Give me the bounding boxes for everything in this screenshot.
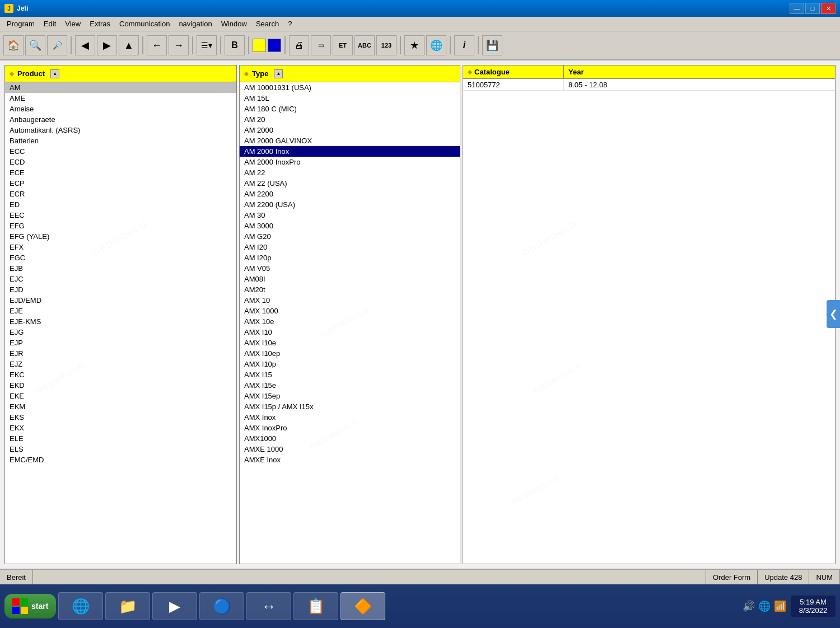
product-list-item[interactable]: Ameise bbox=[5, 104, 236, 114]
info-button[interactable]: i bbox=[454, 35, 474, 55]
taskbar-app1[interactable]: 📋 bbox=[293, 592, 338, 620]
product-list-item[interactable]: ELS bbox=[5, 444, 236, 454]
type-list-item[interactable]: AMX I15 bbox=[240, 369, 460, 380]
product-list-item[interactable]: EKC bbox=[5, 369, 236, 380]
blue-color-button[interactable] bbox=[268, 39, 281, 52]
taskbar-app2[interactable]: 🔶 bbox=[340, 592, 385, 620]
type-list-item[interactable]: AM20t bbox=[240, 284, 460, 295]
product-list-item[interactable]: ECD bbox=[5, 157, 236, 167]
type-list-item[interactable]: AM 2200 bbox=[240, 189, 460, 199]
zoom-out-button[interactable]: 🔍 bbox=[25, 35, 45, 55]
globe-button[interactable]: 🌐 bbox=[426, 35, 446, 55]
menu-navigation[interactable]: navigation bbox=[174, 18, 216, 29]
product-list-item[interactable]: EJD bbox=[5, 284, 236, 295]
product-list-item[interactable]: AM bbox=[5, 82, 236, 93]
product-list-item[interactable]: ED bbox=[5, 199, 236, 210]
type-list-item[interactable]: AMX I15e bbox=[240, 380, 460, 391]
type-list-item[interactable]: AMXE 1000 bbox=[240, 444, 460, 454]
product-list-item[interactable]: EJD/EMD bbox=[5, 295, 236, 306]
product-list-item[interactable]: EJE bbox=[5, 306, 236, 316]
back-page-button[interactable]: ◀ bbox=[75, 35, 95, 55]
type-list-item[interactable]: AMX I10e bbox=[240, 338, 460, 348]
type-scroll-up[interactable]: ▲ bbox=[274, 69, 283, 78]
type-list-item[interactable]: AM 2000 Inox bbox=[240, 146, 460, 157]
product-list-item[interactable]: EJZ bbox=[5, 359, 236, 369]
up-button[interactable]: ▲ bbox=[119, 35, 139, 55]
type-list-item[interactable]: AMX I15p / AMX I15x bbox=[240, 401, 460, 412]
type-list-item[interactable]: AM V05 bbox=[240, 263, 460, 274]
product-list-item[interactable]: EKM bbox=[5, 401, 236, 412]
product-list-item[interactable]: EJC bbox=[5, 274, 236, 284]
product-list-item[interactable]: Batterien bbox=[5, 135, 236, 146]
product-list[interactable]: AMAMEAmeiseAnbaugeraeteAutomatikanl. (AS… bbox=[5, 82, 236, 564]
product-list-item[interactable]: ELE bbox=[5, 433, 236, 444]
product-list-item[interactable]: EJG bbox=[5, 327, 236, 338]
product-list-item[interactable]: EFG (YALE) bbox=[5, 231, 236, 242]
product-list-item[interactable]: ECR bbox=[5, 189, 236, 199]
product-scroll-up[interactable]: ▲ bbox=[50, 69, 59, 78]
type-list-item[interactable]: AMX I10p bbox=[240, 359, 460, 369]
abc-button[interactable]: ABC bbox=[354, 35, 375, 55]
maximize-button[interactable]: □ bbox=[805, 3, 820, 14]
type-list-item[interactable]: AM G20 bbox=[240, 231, 460, 242]
catalogue-row[interactable]: 51005772 8.05 - 12.08 bbox=[463, 79, 835, 91]
product-list-item[interactable]: EFX bbox=[5, 242, 236, 252]
forward-page-button[interactable]: ▶ bbox=[97, 35, 117, 55]
type-list-item[interactable]: AMX1000 bbox=[240, 433, 460, 444]
menu-program[interactable]: Program bbox=[2, 18, 39, 29]
type-list-item[interactable]: AM 30 bbox=[240, 210, 460, 221]
taskbar-media[interactable]: ▶ bbox=[152, 592, 197, 620]
product-list-item[interactable]: EKX bbox=[5, 423, 236, 433]
product-list-item[interactable]: EKS bbox=[5, 412, 236, 423]
product-list-item[interactable]: ECP bbox=[5, 178, 236, 189]
product-list-item[interactable]: ECE bbox=[5, 167, 236, 178]
menu-view[interactable]: View bbox=[60, 18, 85, 29]
type-list-item[interactable]: AMX I10ep bbox=[240, 348, 460, 359]
product-list-item[interactable]: EJE-KMS bbox=[5, 316, 236, 327]
type-list-item[interactable]: AM 2000 InoxPro bbox=[240, 157, 460, 167]
close-button[interactable]: ✕ bbox=[821, 3, 836, 14]
star-button[interactable]: ★ bbox=[404, 35, 424, 55]
product-list-item[interactable]: Automatikanl. (ASRS) bbox=[5, 125, 236, 135]
menu-window[interactable]: Window bbox=[217, 18, 251, 29]
menu-search[interactable]: Search bbox=[251, 18, 283, 29]
taskbar-ie[interactable]: 🌐 bbox=[58, 592, 103, 620]
product-list-item[interactable]: EKD bbox=[5, 380, 236, 391]
next-button[interactable]: → bbox=[169, 35, 189, 55]
product-list-item[interactable]: EGC bbox=[5, 252, 236, 263]
taskbar-folder[interactable]: 📁 bbox=[105, 592, 150, 620]
prev-button[interactable]: ← bbox=[147, 35, 167, 55]
type-list-item[interactable]: AM 15L bbox=[240, 93, 460, 104]
type-list-item[interactable]: AMX I10 bbox=[240, 327, 460, 338]
menu-communication[interactable]: Communication bbox=[115, 18, 174, 29]
taskbar-remote[interactable]: ↔ bbox=[246, 592, 291, 620]
type-list-item[interactable]: AMX 10 bbox=[240, 295, 460, 306]
bold-button[interactable]: B bbox=[225, 35, 245, 55]
menu-edit[interactable]: Edit bbox=[39, 18, 60, 29]
product-list-item[interactable]: EFG bbox=[5, 221, 236, 231]
window-button[interactable]: ▭ bbox=[311, 35, 331, 55]
product-list-item[interactable]: ECC bbox=[5, 146, 236, 157]
product-list-item[interactable]: AME bbox=[5, 93, 236, 104]
type-list-item[interactable]: AM 2000 bbox=[240, 125, 460, 135]
type-list-item[interactable]: AM 20 bbox=[240, 114, 460, 125]
menu-extras[interactable]: Extras bbox=[85, 18, 115, 29]
product-list-item[interactable]: EJR bbox=[5, 348, 236, 359]
type-list-item[interactable]: AM 3000 bbox=[240, 221, 460, 231]
type-list-item[interactable]: AM 180 C (MIC) bbox=[240, 104, 460, 114]
product-list-item[interactable]: EJP bbox=[5, 338, 236, 348]
save-button[interactable]: 💾 bbox=[482, 35, 502, 55]
type-list-item[interactable]: AM 2000 GALVINOX bbox=[240, 135, 460, 146]
minimize-button[interactable]: — bbox=[790, 3, 804, 14]
product-list-item[interactable]: Anbaugeraete bbox=[5, 114, 236, 125]
product-list-item[interactable]: EMC/EMD bbox=[5, 454, 236, 465]
type-list-item[interactable]: AM 22 (USA) bbox=[240, 178, 460, 189]
num-button[interactable]: 123 bbox=[376, 35, 396, 55]
print-button[interactable]: 🖨 bbox=[289, 35, 309, 55]
home-button[interactable]: 🏠 bbox=[3, 35, 24, 55]
type-list-item[interactable]: AM 22 bbox=[240, 167, 460, 178]
type-list-item[interactable]: AMX Inox bbox=[240, 412, 460, 423]
list-view-button[interactable]: ☰▾ bbox=[197, 35, 217, 55]
side-expand-button[interactable]: ❮ bbox=[827, 300, 840, 328]
product-list-item[interactable]: EKE bbox=[5, 391, 236, 401]
